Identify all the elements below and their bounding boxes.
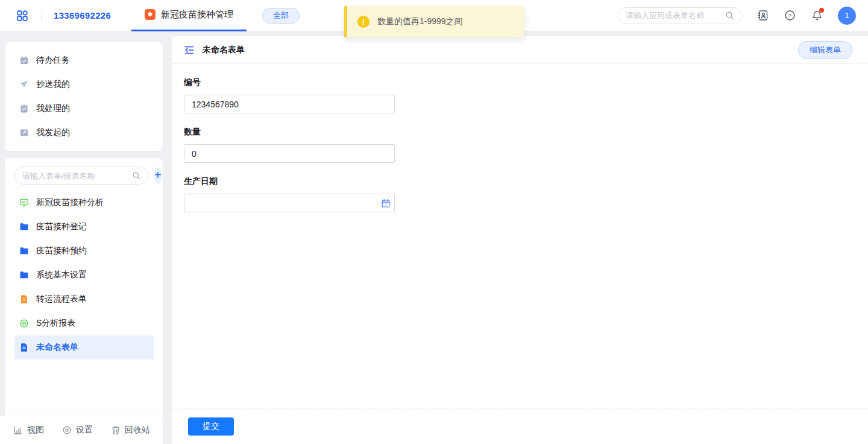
notification-bell-icon[interactable] — [811, 9, 823, 22]
recycle-bin-button[interactable]: 回收站 — [111, 425, 150, 436]
sidebar-footer: 视图 设置 回收站 — [0, 416, 163, 444]
add-form-button[interactable]: + — [154, 167, 162, 184]
form-footer: 提交 — [172, 408, 868, 444]
global-search-input[interactable] — [626, 11, 722, 20]
clipboard-check-icon — [19, 104, 29, 113]
main-header: 未命名表单 编辑表单 — [172, 36, 868, 64]
warning-message: 数量的值再1-9999之间 — [377, 16, 463, 27]
app-icon — [145, 9, 156, 20]
contacts-book-icon[interactable] — [756, 9, 769, 22]
sidebar-item-label: 系统基本设置 — [36, 270, 87, 281]
sidebar-item-initiated-by-me[interactable]: 我发起的 — [5, 121, 163, 145]
account-phone-number[interactable]: 13369692226 — [54, 10, 111, 21]
settings-icon — [62, 425, 72, 435]
production-date-group: 7 — [184, 194, 395, 212]
send-icon — [19, 80, 29, 89]
folder-icon — [19, 222, 29, 232]
file-icon — [19, 343, 29, 352]
sidebar-item-label: 抄送我的 — [36, 79, 70, 90]
sidebar-item-label: 新冠疫苗接种分析 — [36, 197, 104, 208]
production-date-input[interactable] — [184, 194, 377, 212]
calendar-icon[interactable]: 7 — [377, 194, 394, 212]
svg-text:?: ? — [788, 12, 791, 19]
main-panel: 未命名表单 编辑表单 编号 数量 生产日期 — [172, 36, 868, 444]
footer-item-label: 设置 — [76, 425, 93, 436]
field-label: 生产日期 — [184, 176, 868, 187]
sidebar-item-todo-tasks[interactable]: 待办任务 — [5, 48, 163, 72]
settings-button[interactable]: 设置 — [62, 425, 93, 436]
footer-item-label: 视图 — [27, 425, 44, 436]
sidebar-item-vaccination-registration[interactable]: 疫苗接种登记 — [14, 215, 154, 239]
sidebar-item-vaccination-appointment[interactable]: 疫苗接种预约 — [14, 239, 154, 263]
user-avatar[interactable]: 1 — [838, 7, 856, 25]
dashboard-icon — [19, 198, 29, 208]
trash-icon — [111, 425, 121, 435]
quantity-input[interactable] — [184, 144, 395, 163]
sidebar: 待办任务 抄送我的 我 — [0, 31, 163, 444]
form-body: 编号 数量 生产日期 7 — [172, 64, 868, 408]
folder-icon — [19, 270, 29, 280]
form-search[interactable] — [14, 166, 148, 185]
svg-text:7: 7 — [385, 202, 387, 206]
warning-icon: ! — [357, 16, 370, 28]
sidebar-item-label: 未命名表单 — [36, 342, 78, 353]
divider — [41, 10, 42, 21]
sidebar-item-label: 我处理的 — [36, 103, 70, 114]
views-button[interactable]: 视图 — [13, 425, 44, 436]
global-search[interactable] — [618, 7, 742, 24]
sidebar-item-vaccine-analysis[interactable]: 新冠疫苗接种分析 — [14, 191, 154, 215]
sidebar-item-label: 疫苗接种预约 — [36, 246, 87, 256]
sidebar-item-transfer-flow-form[interactable]: 转运流程表单 — [14, 287, 154, 311]
submit-button[interactable]: 提交 — [188, 417, 234, 436]
calendar-check-icon — [19, 56, 29, 65]
form-list-card: + 新冠疫苗接种分析 疫苗接种登记 — [5, 158, 163, 416]
apps-grid-icon[interactable] — [16, 9, 29, 22]
sidebar-item-system-settings[interactable]: 系统基本设置 — [14, 263, 154, 287]
field-label: 编号 — [184, 77, 868, 88]
file-icon — [19, 294, 29, 304]
sidebar-item-handled-by-me[interactable]: 我处理的 — [5, 97, 163, 121]
target-icon — [19, 319, 29, 328]
serial-number-input[interactable] — [184, 95, 395, 113]
sidebar-item-unnamed-form[interactable]: 未命名表单 — [14, 335, 154, 360]
sidebar-item-label: S分析报表 — [36, 318, 75, 329]
notification-dot — [819, 8, 824, 13]
bar-chart-icon — [13, 425, 23, 435]
folder-icon — [19, 246, 29, 256]
edit-form-button[interactable]: 编辑表单 — [798, 41, 852, 59]
warning-toast: ! 数量的值再1-9999之间 — [344, 6, 524, 37]
search-icon — [725, 11, 734, 20]
sidebar-item-label: 我发起的 — [36, 127, 70, 138]
tab-vaccine-management[interactable]: 新冠疫苗接种管理 — [131, 0, 247, 31]
page-title: 未命名表单 — [203, 45, 245, 56]
field-quantity: 数量 — [184, 127, 868, 163]
field-production-date: 生产日期 7 — [184, 176, 868, 212]
task-menu-card: 待办任务 抄送我的 我 — [5, 42, 163, 151]
collapse-sidebar-icon[interactable] — [184, 45, 195, 56]
sidebar-item-label: 转运流程表单 — [36, 294, 87, 305]
edit-doc-icon — [19, 128, 29, 138]
sidebar-item-label: 疫苗接种登记 — [36, 221, 87, 232]
scope-all-pill[interactable]: 全部 — [262, 8, 300, 24]
field-serial-number: 编号 — [184, 77, 868, 113]
field-label: 数量 — [184, 127, 868, 138]
form-search-input[interactable] — [22, 171, 128, 180]
tab-label: 新冠疫苗接种管理 — [161, 9, 233, 21]
sidebar-item-label: 待办任务 — [36, 55, 70, 66]
sidebar-item-cc-to-me[interactable]: 抄送我的 — [5, 72, 163, 97]
help-icon[interactable]: ? — [784, 9, 796, 22]
footer-item-label: 回收站 — [125, 425, 150, 436]
search-icon — [132, 171, 140, 180]
sidebar-item-s-analysis-report[interactable]: S分析报表 — [14, 311, 154, 335]
